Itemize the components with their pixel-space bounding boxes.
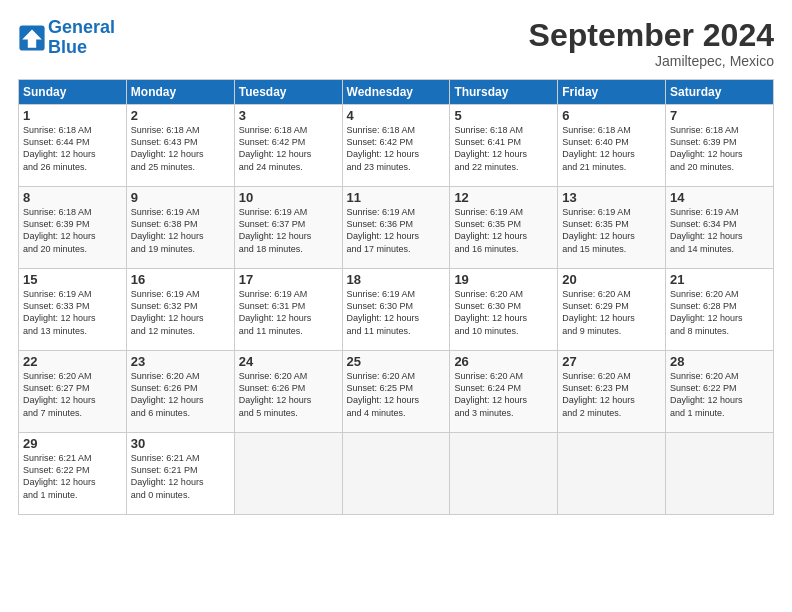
day-cell-22: 22 Sunrise: 6:20 AMSunset: 6:27 PMDaylig…: [19, 351, 127, 433]
day-cell-14: 14 Sunrise: 6:19 AMSunset: 6:34 PMDaylig…: [666, 187, 774, 269]
page: General Blue September 2024 Jamiltepec, …: [0, 0, 792, 612]
calendar-table: Sunday Monday Tuesday Wednesday Thursday…: [18, 79, 774, 515]
day-cell-2: 2 Sunrise: 6:18 AMSunset: 6:43 PMDayligh…: [126, 105, 234, 187]
day-cell-23: 23 Sunrise: 6:20 AMSunset: 6:26 PMDaylig…: [126, 351, 234, 433]
logo: General Blue: [18, 18, 115, 58]
day-cell-13: 13 Sunrise: 6:19 AMSunset: 6:35 PMDaylig…: [558, 187, 666, 269]
col-monday: Monday: [126, 80, 234, 105]
day-cell-28: 28 Sunrise: 6:20 AMSunset: 6:22 PMDaylig…: [666, 351, 774, 433]
week-row-1: 1 Sunrise: 6:18 AMSunset: 6:44 PMDayligh…: [19, 105, 774, 187]
day-cell-empty-5: [666, 433, 774, 515]
day-cell-26: 26 Sunrise: 6:20 AMSunset: 6:24 PMDaylig…: [450, 351, 558, 433]
day-cell-25: 25 Sunrise: 6:20 AMSunset: 6:25 PMDaylig…: [342, 351, 450, 433]
day-cell-24: 24 Sunrise: 6:20 AMSunset: 6:26 PMDaylig…: [234, 351, 342, 433]
day-cell-empty-3: [450, 433, 558, 515]
day-cell-7: 7 Sunrise: 6:18 AMSunset: 6:39 PMDayligh…: [666, 105, 774, 187]
day-cell-16: 16 Sunrise: 6:19 AMSunset: 6:32 PMDaylig…: [126, 269, 234, 351]
day-cell-10: 10 Sunrise: 6:19 AMSunset: 6:37 PMDaylig…: [234, 187, 342, 269]
calendar-header-row: Sunday Monday Tuesday Wednesday Thursday…: [19, 80, 774, 105]
day-cell-30: 30 Sunrise: 6:21 AMSunset: 6:21 PMDaylig…: [126, 433, 234, 515]
day-cell-empty-2: [342, 433, 450, 515]
week-row-2: 8 Sunrise: 6:18 AMSunset: 6:39 PMDayligh…: [19, 187, 774, 269]
day-cell-15: 15 Sunrise: 6:19 AMSunset: 6:33 PMDaylig…: [19, 269, 127, 351]
logo-icon: [18, 24, 46, 52]
day-cell-12: 12 Sunrise: 6:19 AMSunset: 6:35 PMDaylig…: [450, 187, 558, 269]
header: General Blue September 2024 Jamiltepec, …: [18, 18, 774, 69]
logo-text: General Blue: [48, 18, 115, 58]
day-cell-9: 9 Sunrise: 6:19 AMSunset: 6:38 PMDayligh…: [126, 187, 234, 269]
day-cell-17: 17 Sunrise: 6:19 AMSunset: 6:31 PMDaylig…: [234, 269, 342, 351]
day-cell-20: 20 Sunrise: 6:20 AMSunset: 6:29 PMDaylig…: [558, 269, 666, 351]
week-row-3: 15 Sunrise: 6:19 AMSunset: 6:33 PMDaylig…: [19, 269, 774, 351]
col-friday: Friday: [558, 80, 666, 105]
week-row-5: 29 Sunrise: 6:21 AMSunset: 6:22 PMDaylig…: [19, 433, 774, 515]
day-cell-27: 27 Sunrise: 6:20 AMSunset: 6:23 PMDaylig…: [558, 351, 666, 433]
day-cell-19: 19 Sunrise: 6:20 AMSunset: 6:30 PMDaylig…: [450, 269, 558, 351]
day-cell-empty-1: [234, 433, 342, 515]
week-row-4: 22 Sunrise: 6:20 AMSunset: 6:27 PMDaylig…: [19, 351, 774, 433]
day-cell-18: 18 Sunrise: 6:19 AMSunset: 6:30 PMDaylig…: [342, 269, 450, 351]
day-cell-29: 29 Sunrise: 6:21 AMSunset: 6:22 PMDaylig…: [19, 433, 127, 515]
day-cell-8: 8 Sunrise: 6:18 AMSunset: 6:39 PMDayligh…: [19, 187, 127, 269]
day-cell-3: 3 Sunrise: 6:18 AMSunset: 6:42 PMDayligh…: [234, 105, 342, 187]
col-sunday: Sunday: [19, 80, 127, 105]
day-cell-21: 21 Sunrise: 6:20 AMSunset: 6:28 PMDaylig…: [666, 269, 774, 351]
location-subtitle: Jamiltepec, Mexico: [529, 53, 774, 69]
col-thursday: Thursday: [450, 80, 558, 105]
day-cell-empty-4: [558, 433, 666, 515]
month-title: September 2024: [529, 18, 774, 53]
col-tuesday: Tuesday: [234, 80, 342, 105]
col-wednesday: Wednesday: [342, 80, 450, 105]
day-cell-6: 6 Sunrise: 6:18 AMSunset: 6:40 PMDayligh…: [558, 105, 666, 187]
col-saturday: Saturday: [666, 80, 774, 105]
day-cell-5: 5 Sunrise: 6:18 AMSunset: 6:41 PMDayligh…: [450, 105, 558, 187]
day-cell-11: 11 Sunrise: 6:19 AMSunset: 6:36 PMDaylig…: [342, 187, 450, 269]
day-cell-4: 4 Sunrise: 6:18 AMSunset: 6:42 PMDayligh…: [342, 105, 450, 187]
title-block: September 2024 Jamiltepec, Mexico: [529, 18, 774, 69]
day-cell-1: 1 Sunrise: 6:18 AMSunset: 6:44 PMDayligh…: [19, 105, 127, 187]
